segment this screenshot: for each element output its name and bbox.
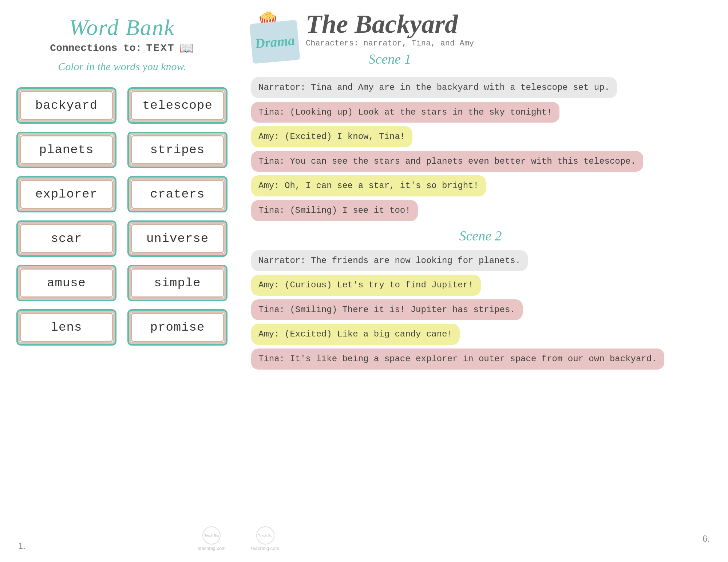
word-grid: backyardtelescopeplanetsstripesexplorerc… — [16, 87, 228, 346]
word-card-text: explorer — [35, 187, 98, 201]
word-card: planets — [16, 132, 116, 168]
word-card-text: amuse — [47, 276, 86, 290]
dialog-bubble: Narrator: The friends are now looking fo… — [251, 250, 528, 271]
dialog-bubble: Tina: (Smiling) There it is! Jupiter has… — [251, 299, 523, 320]
word-card: amuse — [16, 265, 116, 301]
word-card-text: lens — [51, 320, 82, 334]
book-icon: 📖 — [179, 41, 194, 55]
logo-bottom-right: Teach Big teachbig.com — [251, 526, 279, 551]
logo-circle-left: Teach Big — [202, 526, 221, 545]
characters-line: Characters: narrator, Tina, and Amy — [306, 39, 474, 48]
left-panel: Word Bank Connections to: TEXT 📖 Color i… — [0, 0, 237, 562]
word-card-text: universe — [146, 232, 209, 246]
word-card-text: telescope — [142, 99, 213, 112]
dialog-bubble: Tina: You can see the stars and planets … — [251, 151, 643, 172]
dialog-bubble: Tina: It's like being a space explorer i… — [251, 348, 664, 370]
logo-circle-right: Teach Big — [256, 526, 274, 545]
word-card-text: promise — [150, 320, 205, 334]
drama-badge-container: 🍿 Drama — [251, 22, 298, 62]
word-card-text: scar — [51, 232, 82, 246]
word-card-text: simple — [154, 276, 201, 290]
word-card-text: craters — [150, 187, 205, 201]
word-card: backyard — [16, 87, 116, 124]
dialog-bubble: Tina: (Smiling) I see it too! — [251, 200, 418, 221]
word-card: scar — [16, 220, 116, 257]
connections-value: TEXT — [146, 43, 175, 54]
backyard-title: The Backyard — [306, 11, 474, 37]
dialog-bubble: Amy: (Curious) Let's try to find Jupiter… — [251, 275, 481, 296]
dialog-bubble: Amy: Oh, I can see a star, it's so brigh… — [251, 175, 486, 196]
dialog-bubble: Amy: (Excited) Like a big candy cane! — [251, 324, 460, 345]
word-card-text: planets — [39, 143, 94, 157]
dialog-bubble: Amy: (Excited) I know, Tina! — [251, 126, 412, 147]
title-block: The Backyard Characters: narrator, Tina,… — [306, 11, 474, 70]
word-bank-title: Word Bank — [69, 15, 175, 40]
color-instruction: Color in the words you know. — [58, 60, 186, 73]
word-card: universe — [127, 220, 228, 257]
word-card: simple — [127, 265, 228, 301]
word-card: stripes — [127, 132, 228, 168]
scene1-heading: Scene 1 — [306, 51, 474, 67]
connections-line: Connections to: TEXT 📖 — [50, 41, 194, 55]
scene2-heading: Scene 2 — [251, 228, 710, 244]
connections-label: Connections to: — [50, 43, 142, 54]
drama-label: Drama — [254, 32, 295, 51]
logo-text-right: teachbig.com — [251, 546, 279, 551]
page-number-right: 6. — [703, 534, 710, 544]
word-card: telescope — [127, 87, 228, 124]
dialog-bubble: Narrator: Tina and Amy are in the backya… — [251, 77, 617, 98]
word-card: promise — [127, 309, 228, 346]
logo-bottom-left: Teach Big teachbig.com — [198, 526, 226, 551]
dialog-bubbles: Narrator: Tina and Amy are in the backya… — [251, 77, 710, 519]
word-card: explorer — [16, 176, 116, 212]
right-panel: 🍿 Drama The Backyard Characters: narrato… — [237, 0, 728, 562]
drama-badge: Drama — [249, 20, 300, 64]
word-card-text: stripes — [150, 143, 205, 157]
right-header: 🍿 Drama The Backyard Characters: narrato… — [251, 11, 710, 70]
word-card: craters — [127, 176, 228, 212]
right-footer: Teach Big teachbig.com 6. — [251, 526, 710, 551]
word-card-text: backyard — [35, 99, 98, 112]
dialog-bubble: Tina: (Looking up) Look at the stars in … — [251, 102, 559, 123]
word-card: lens — [16, 309, 116, 346]
logo-text-left: teachbig.com — [198, 546, 226, 551]
page-number-left: 1. — [18, 530, 25, 551]
